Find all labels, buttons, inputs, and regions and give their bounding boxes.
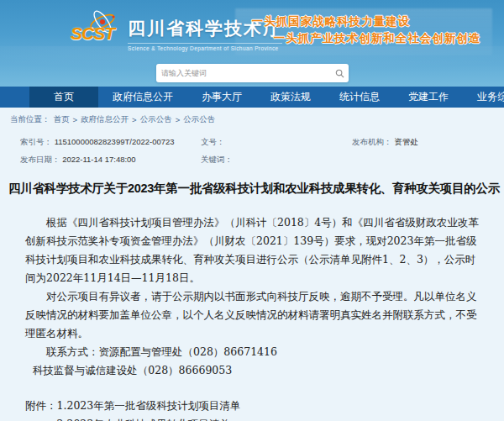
meta-empty-cell bbox=[352, 155, 504, 166]
article-paragraph-2: 对公示项目有异议者，请于公示期内以书面形式向科技厅反映，逾期不予受理。凡以单位名… bbox=[25, 287, 480, 343]
attachment-link-1[interactable]: 1.2023年第一批省级科技计划项目清单 bbox=[57, 397, 481, 415]
page-title: 四川省科学技术厅关于2023年第一批省级科技计划和农业科技成果转化、育种攻关项目… bbox=[0, 171, 504, 205]
meta-doc-no: 文号： bbox=[201, 137, 352, 148]
meta-index-no: 索引号： 1151000008282399T/2022-00723 bbox=[20, 137, 201, 148]
search-input[interactable] bbox=[156, 64, 330, 82]
meta-index-no-value: 1151000008282399T/2022-00723 bbox=[55, 137, 175, 146]
breadcrumb-separator: > bbox=[176, 115, 181, 124]
breadcrumb-label: 当前位置： bbox=[10, 114, 50, 125]
meta-keywords: 关键词： bbox=[201, 155, 352, 166]
breadcrumb-item-notices[interactable]: 公示公告 bbox=[140, 114, 172, 125]
header-banner: SCST 四川省科学技术厅 Science & Technology Depar… bbox=[0, 0, 504, 87]
meta-keywords-label: 关键词： bbox=[201, 155, 233, 164]
document-meta: 索引号： 1151000008282399T/2022-00723 文号： 发布… bbox=[0, 130, 504, 171]
nav-item-service-platform[interactable]: 业务综合服务平台 bbox=[463, 87, 504, 108]
meta-publish-date: 发布日期： 2022-11-14 17:48:00 bbox=[20, 155, 201, 166]
search-button[interactable] bbox=[330, 64, 349, 82]
search-bar bbox=[156, 64, 349, 82]
meta-agency-label: 发布机构： bbox=[352, 137, 392, 146]
logo-acronym-text: SCST bbox=[71, 24, 114, 44]
meta-publish-date-label: 发布日期： bbox=[20, 155, 60, 164]
meta-publish-date-value: 2022-11-14 17:48:00 bbox=[62, 155, 136, 164]
breadcrumb-item-current[interactable]: 公示公告 bbox=[183, 114, 215, 125]
article-body: 根据《四川省科技计划项目管理办法》（川科计〔2018〕4号）和《四川省省级财政农… bbox=[0, 205, 504, 421]
slogan-line-1: 一头抓国家战略科技力量建设 bbox=[252, 13, 481, 30]
attachments-label: 附件： bbox=[25, 397, 57, 421]
meta-index-no-label: 索引号： bbox=[20, 137, 52, 146]
breadcrumb-item-home[interactable]: 首页 bbox=[54, 114, 70, 125]
attachments-list: 1.2023年第一批省级科技计划项目清单 2.2023年农业科技成果转化项目清单… bbox=[57, 397, 481, 421]
attachment-link-2[interactable]: 2.2023年农业科技成果转化项目清单 bbox=[57, 415, 481, 421]
header-slogans: 一头抓国家战略科技力量建设 一头抓产业技术创新和全社会创新创造 bbox=[252, 13, 481, 47]
breadcrumb-item-gov-info[interactable]: 政府信息公开 bbox=[81, 114, 129, 125]
search-icon bbox=[335, 69, 344, 78]
breadcrumb-separator: > bbox=[73, 115, 78, 124]
meta-agency-value: 资管处 bbox=[394, 137, 418, 146]
nav-item-policies[interactable]: 政策法规 bbox=[256, 87, 325, 108]
article-paragraph-1: 根据《四川省科技计划项目管理办法》（川科计〔2018〕4号）和《四川省省级财政农… bbox=[25, 213, 480, 287]
meta-doc-no-label: 文号： bbox=[201, 137, 225, 146]
meta-agency: 发布机构： 资管处 bbox=[352, 137, 504, 148]
nav-item-gov-info[interactable]: 政府信息公开 bbox=[98, 87, 187, 108]
nav-item-party-building[interactable]: 党建工作 bbox=[394, 87, 463, 108]
contact-line-1: 联系方式：资源配置与管理处（028）86671416 bbox=[25, 343, 480, 361]
contact-line-2: 科技监督与诚信建设处（028）86669053 bbox=[25, 361, 480, 380]
nav-item-home[interactable]: 首页 bbox=[29, 87, 98, 108]
breadcrumb: 当前位置： 首页 > 政府信息公开 > 公示公告 > 公示公告 bbox=[0, 108, 504, 130]
slogan-line-2: 一头抓产业技术创新和全社会创新创造 bbox=[274, 30, 481, 47]
breadcrumb-separator: > bbox=[132, 115, 137, 124]
attachments-block: 附件： 1.2023年第一批省级科技计划项目清单 2.2023年农业科技成果转化… bbox=[25, 397, 480, 421]
main-nav: 首页 政府信息公开 办事大厅 政策法规 统计信息 党建工作 业务综合服务平台 bbox=[0, 87, 504, 108]
scst-logo: SCST bbox=[71, 10, 123, 52]
nav-item-statistics[interactable]: 统计信息 bbox=[325, 87, 394, 108]
nav-item-service-hall[interactable]: 办事大厅 bbox=[187, 87, 256, 108]
